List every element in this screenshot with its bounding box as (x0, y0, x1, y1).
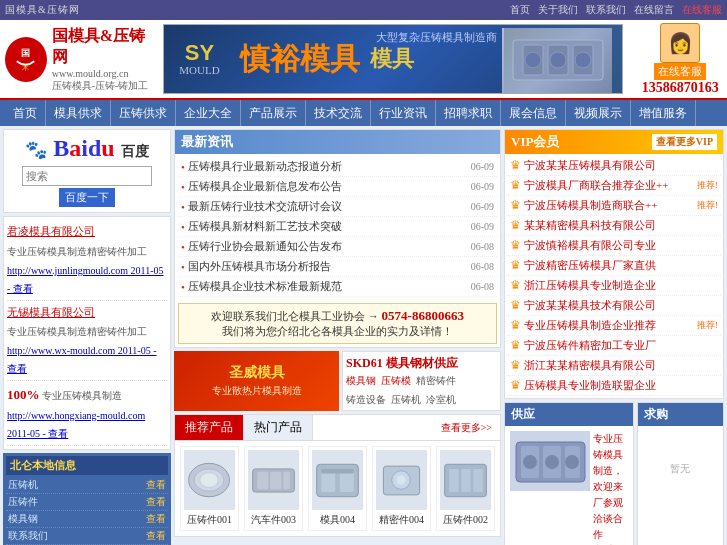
vip-name-4[interactable]: 某某精密模具科技有限公司 (524, 218, 718, 233)
news-date-4: 06-09 (471, 221, 494, 232)
tag-3[interactable]: 精密铸件 (416, 374, 456, 388)
product-svg-2 (248, 453, 299, 508)
product-img-4 (376, 450, 427, 510)
news-title-2[interactable]: 压铸模具企业最新信息发布公告 (188, 179, 466, 194)
tag-2[interactable]: 压铸模 (381, 374, 411, 388)
search-input[interactable] (22, 166, 152, 186)
logo-text-block: 国模具&压铸网 www.mould.org.cn 压铸模具-压铸-铸加工 (52, 26, 153, 93)
company-3-url[interactable]: http://www.hongxiang-mould.com 2011-05 -… (7, 407, 167, 443)
crown-icon-5: ♛ (510, 238, 521, 253)
vip-name-10[interactable]: 宁波压铸件精密加工专业厂 (524, 338, 718, 353)
tag-6[interactable]: 冷室机 (426, 393, 456, 407)
nav-video[interactable]: 视频展示 (566, 100, 631, 126)
local-info-label-3: 模具钢 (8, 512, 38, 526)
top-nav-contact[interactable]: 联系我们 (586, 3, 626, 17)
tag-4[interactable]: 铸造设备 (346, 393, 386, 407)
local-info-row-1: 压铸机 查看 (6, 477, 168, 494)
top-nav-message[interactable]: 在线留言 (634, 3, 674, 17)
ad-right-tags: 模具钢 压铸模 精密铸件 铸造设备 压铸机 冷室机 (346, 374, 497, 407)
tab-recommended[interactable]: 推荐产品 (175, 415, 244, 440)
crown-icon-3: ♛ (510, 198, 521, 213)
vip-badge-9: 推荐! (697, 319, 718, 332)
vip-name-9[interactable]: 专业压铸模具制造企业推荐 (524, 318, 697, 333)
nav-products[interactable]: 产品展示 (241, 100, 306, 126)
nav-mold-supply[interactable]: 模具供求 (46, 100, 111, 126)
nav-tech[interactable]: 技术交流 (306, 100, 371, 126)
product-name-5: 压铸件002 (440, 513, 491, 527)
contact-phone: 0574-86800663 (382, 308, 464, 323)
vip-item-3: ♛ 宁波压铸模具制造商联合++ 推荐! (507, 196, 721, 216)
company-2-url[interactable]: http://www.wx-mould.com 2011-05 - 查看 (7, 342, 167, 378)
nav-diecast-supply[interactable]: 压铸供求 (111, 100, 176, 126)
center-column: 最新资讯 • 压铸模具行业最新动态报道分析 06-09 • 压铸模具企业最新信息… (174, 129, 501, 545)
news-box: 最新资讯 • 压铸模具行业最新动态报道分析 06-09 • 压铸模具企业最新信息… (174, 129, 501, 348)
top-nav-service[interactable]: 在线客服 (682, 3, 722, 17)
top-nav-home[interactable]: 首页 (510, 3, 530, 17)
product-svg-3 (312, 453, 363, 508)
vip-name-3[interactable]: 宁波压铸模具制造商联合++ (524, 198, 697, 213)
nav-companies[interactable]: 企业大全 (176, 100, 241, 126)
vip-item-7: ♛ 浙江压铸模具专业制造企业 (507, 276, 721, 296)
local-info-link-3[interactable]: 查看 (146, 512, 166, 526)
nav-expo[interactable]: 展会信息 (501, 100, 566, 126)
nav-news[interactable]: 行业资讯 (371, 100, 436, 126)
svg-rect-14 (257, 471, 268, 489)
products-more-link[interactable]: 查看更多>> (433, 417, 500, 439)
vip-name-2[interactable]: 宁波模具厂商联合推荐企业++ (524, 178, 697, 193)
baidu-search-row: 百度一下 (9, 166, 165, 207)
baidu-a: a (69, 135, 81, 161)
site-logo: 国 木 国模具&压铸网 www.mould.org.cn 压铸模具-压铸-铸加工 (5, 26, 153, 93)
sy-text: SY (185, 42, 214, 64)
supply-link-text[interactable]: 专业压铸模具制造，欢迎来厂参观洽谈合作 (593, 431, 628, 543)
news-title-5[interactable]: 压铸行业协会最新通知公告发布 (188, 239, 466, 254)
supply-text-area: 专业压铸模具制造，欢迎来厂参观洽谈合作 查看>> (593, 431, 628, 545)
news-title-6[interactable]: 国内外压铸模具市场分析报告 (188, 259, 466, 274)
supply-header: 供应 (505, 403, 633, 426)
vip-item-1: ♛ 宁波某某压铸模具有限公司 (507, 156, 721, 176)
supply-content: 专业压铸模具制造，欢迎来厂参观洽谈合作 查看>> (505, 426, 633, 545)
news-title-1[interactable]: 压铸模具行业最新动态报道分析 (188, 159, 466, 174)
vip-name-12[interactable]: 压铸模具专业制造联盟企业 (524, 378, 718, 393)
vip-name-8[interactable]: 宁波某某模具技术有限公司 (524, 298, 718, 313)
vip-name-5[interactable]: 宁波慎裕模具有限公司专业 (524, 238, 718, 253)
vip-name-1[interactable]: 宁波某某压铸模具有限公司 (524, 158, 718, 173)
supply-box: 供应 专业压铸模具制造，欢迎来 (504, 402, 634, 545)
top-nav-about[interactable]: 关于我们 (538, 3, 578, 17)
vip-name-11[interactable]: 浙江某某精密模具有限公司 (524, 358, 718, 373)
engine-image (502, 28, 612, 93)
baidu-d: d (88, 135, 101, 161)
news-title-7[interactable]: 压铸模具企业技术标准最新规范 (188, 279, 466, 294)
news-item-5: • 压铸行业协会最新通知公告发布 06-08 (178, 237, 497, 257)
baidu-chinese: 百度 (121, 144, 149, 159)
main-content: 🐾 Baidu 百度 百度一下 君凌模具有限公司 专业压铸模具制造精密铸件加工 … (0, 126, 727, 545)
baidu-logo: 🐾 Baidu 百度 (9, 135, 165, 162)
tag-1[interactable]: 模具钢 (346, 374, 376, 388)
news-date-1: 06-09 (471, 161, 494, 172)
company-1-name[interactable]: 君凌模具有限公司 (7, 222, 167, 242)
tab-popular[interactable]: 热门产品 (244, 415, 313, 440)
ad-right-box: SKD61 模具钢材供应 模具钢 压铸模 精密铸件 铸造设备 压铸机 冷室机 (342, 351, 501, 411)
tag-5[interactable]: 压铸机 (391, 393, 421, 407)
products-tabs-header: 推荐产品 热门产品 查看更多>> (175, 415, 500, 441)
baidu-search-button[interactable]: 百度一下 (59, 188, 115, 207)
svg-point-34 (565, 455, 579, 469)
svg-rect-25 (449, 468, 458, 491)
products-section: 推荐产品 热门产品 查看更多>> 压铸件001 (174, 414, 501, 537)
vip-more-link[interactable]: 查看更多VIP (652, 134, 717, 150)
nav-home[interactable]: 首页 (5, 100, 46, 126)
vip-name-6[interactable]: 宁波精密压铸模具厂家直供 (524, 258, 718, 273)
vip-name-7[interactable]: 浙江压铸模具专业制造企业 (524, 278, 718, 293)
news-title-4[interactable]: 压铸模具新材料新工艺技术突破 (188, 219, 466, 234)
news-title-3[interactable]: 最新压铸行业技术交流研讨会议 (188, 199, 466, 214)
company-1-desc: 专业压铸模具制造精密铸件加工 (7, 246, 147, 257)
nav-jobs[interactable]: 招聘求职 (436, 100, 501, 126)
demand-header: 求购 (638, 403, 723, 426)
company-2-name[interactable]: 无锡模具有限公司 (7, 303, 167, 323)
company-2: 无锡模具有限公司 专业压铸模具制造精密铸件加工 http://www.wx-mo… (7, 301, 167, 382)
nav-vip[interactable]: 增值服务 (631, 100, 696, 126)
local-info-link-2[interactable]: 查看 (146, 495, 166, 509)
company-1-url[interactable]: http://www.junlingmould.com 2011-05 - 查看 (7, 262, 167, 298)
logo-icon: 国 木 (5, 37, 47, 82)
local-info-link-1[interactable]: 查看 (146, 478, 166, 492)
local-info-link-4[interactable]: 查看 (146, 529, 166, 543)
